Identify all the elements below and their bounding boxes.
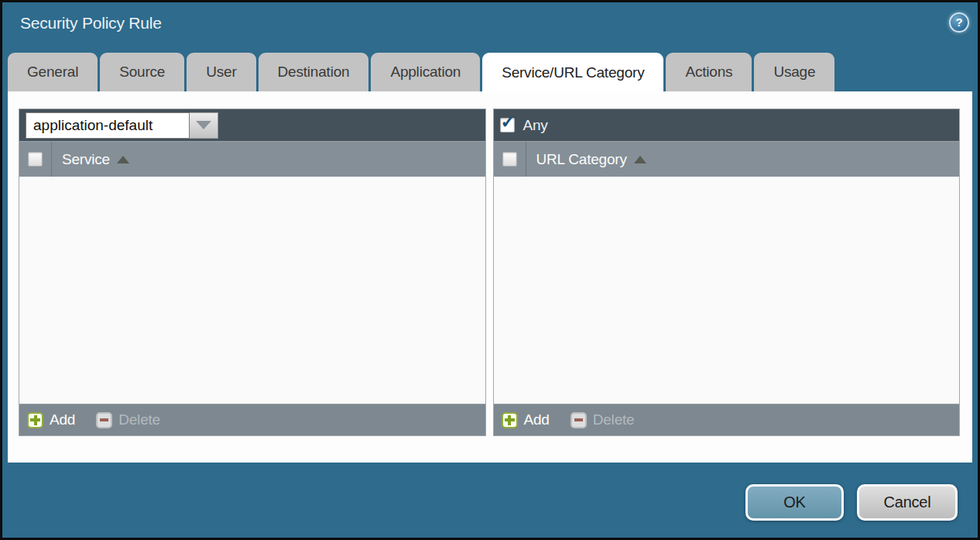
- sort-ascending-icon: [634, 156, 646, 163]
- url-category-select-all-checkbox[interactable]: [502, 152, 517, 167]
- help-icon[interactable]: ?: [949, 12, 969, 33]
- url-category-panel-toolbar: ✓ Any: [494, 109, 960, 141]
- service-panel-toolbar: [19, 109, 485, 141]
- security-policy-rule-dialog: Security Policy Rule ? General Source Us…: [0, 0, 980, 540]
- url-category-add-button[interactable]: Add: [502, 411, 550, 428]
- tab-bar: General Source User Destination Applicat…: [8, 53, 834, 91]
- tab-actions[interactable]: Actions: [666, 53, 752, 91]
- url-category-table-body: [494, 177, 960, 404]
- service-table-body: [19, 177, 485, 404]
- tab-source[interactable]: Source: [100, 53, 184, 91]
- delete-minus-icon: [96, 412, 112, 428]
- service-add-button[interactable]: Add: [27, 411, 75, 428]
- service-table-footer: Add Delete: [19, 404, 485, 435]
- url-category-column-header[interactable]: URL Category: [526, 142, 646, 177]
- url-category-panel: ✓ Any URL Category: [493, 108, 961, 436]
- checkmark-icon: ✓: [501, 113, 516, 131]
- service-table-header: Service: [19, 141, 485, 177]
- cancel-button[interactable]: Cancel: [857, 484, 958, 521]
- service-type-input[interactable]: [26, 112, 190, 139]
- tab-general[interactable]: General: [8, 53, 98, 91]
- service-type-dropdown: [26, 112, 218, 139]
- tab-usage[interactable]: Usage: [754, 53, 834, 91]
- url-category-delete-button[interactable]: Delete: [571, 411, 635, 428]
- tab-user[interactable]: User: [187, 53, 255, 91]
- add-plus-icon: [502, 412, 518, 428]
- tab-content-area: Service Add Delete: [8, 91, 972, 463]
- sort-ascending-icon: [117, 156, 129, 163]
- service-select-all-checkbox[interactable]: [28, 152, 43, 167]
- delete-minus-icon: [571, 412, 587, 428]
- service-column-header[interactable]: Service: [52, 142, 129, 177]
- chevron-down-icon: [196, 121, 211, 129]
- any-checkbox-label: Any: [523, 117, 548, 134]
- any-checkbox[interactable]: ✓: [500, 118, 515, 132]
- url-category-table-header: URL Category: [494, 141, 960, 177]
- service-panel: Service Add Delete: [19, 108, 486, 436]
- service-type-dropdown-button[interactable]: [190, 112, 218, 139]
- tab-application[interactable]: Application: [371, 53, 480, 91]
- tab-service-url-category[interactable]: Service/URL Category: [482, 53, 663, 93]
- ok-button[interactable]: OK: [745, 484, 844, 521]
- tab-destination[interactable]: Destination: [259, 53, 369, 91]
- dialog-title: Security Policy Rule: [20, 14, 162, 33]
- service-delete-button[interactable]: Delete: [96, 411, 160, 428]
- url-category-table-footer: Add Delete: [494, 404, 960, 435]
- add-plus-icon: [27, 412, 43, 428]
